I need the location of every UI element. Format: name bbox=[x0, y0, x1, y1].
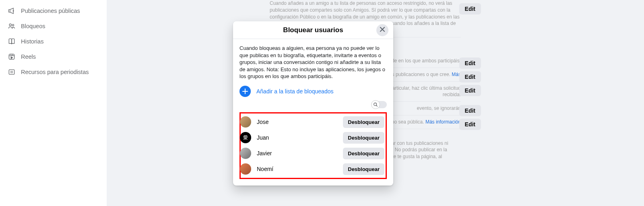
user-name: Javier bbox=[257, 150, 272, 157]
user-name: Noemí bbox=[257, 166, 273, 172]
user-name: Juan bbox=[257, 134, 269, 141]
avatar bbox=[240, 163, 251, 175]
add-label: Añadir a la lista de bloqueados bbox=[256, 88, 333, 95]
modal-overlay: Bloquear usuarios Cuando bloqueas a algu… bbox=[0, 0, 644, 206]
blocked-user-row: Noemí Desbloquear bbox=[242, 161, 384, 177]
search-toggle-row bbox=[239, 101, 387, 108]
highlight-annotation: Jose Desbloquear 愛 Juan Desbloquear Javi… bbox=[239, 112, 387, 179]
avatar bbox=[240, 148, 251, 159]
modal-title: Bloquear usuarios bbox=[283, 26, 343, 34]
search-icon bbox=[371, 100, 380, 109]
search-toggle[interactable] bbox=[372, 101, 387, 108]
modal-header: Bloquear usuarios bbox=[233, 21, 393, 39]
avatar bbox=[240, 116, 251, 128]
block-users-modal: Bloquear usuarios Cuando bloqueas a algu… bbox=[233, 21, 393, 185]
add-to-block-list[interactable]: Añadir a la lista de bloqueados bbox=[239, 86, 387, 97]
unblock-button[interactable]: Desbloquear bbox=[343, 148, 384, 159]
avatar: 愛 bbox=[240, 132, 251, 143]
modal-description: Cuando bloqueas a alguien, esa persona y… bbox=[239, 45, 387, 80]
unblock-button[interactable]: Desbloquear bbox=[343, 132, 384, 144]
blocked-user-row: 愛 Juan Desbloquear bbox=[242, 130, 384, 146]
blocked-user-row: Javier Desbloquear bbox=[242, 146, 384, 161]
user-info: Noemí bbox=[240, 163, 273, 175]
close-icon bbox=[380, 26, 385, 34]
user-info: Javier bbox=[240, 148, 272, 159]
unblock-button[interactable]: Desbloquear bbox=[343, 116, 384, 128]
user-info: Jose bbox=[240, 116, 269, 128]
svg-line-9 bbox=[376, 105, 378, 106]
close-button[interactable] bbox=[376, 24, 388, 36]
user-info: 愛 Juan bbox=[240, 132, 269, 143]
unblock-button[interactable]: Desbloquear bbox=[343, 163, 384, 175]
plus-icon bbox=[239, 86, 251, 97]
modal-body: Cuando bloqueas a alguien, esa persona y… bbox=[233, 39, 393, 185]
blocked-user-row: Jose Desbloquear bbox=[242, 114, 384, 130]
user-name: Jose bbox=[257, 119, 269, 125]
